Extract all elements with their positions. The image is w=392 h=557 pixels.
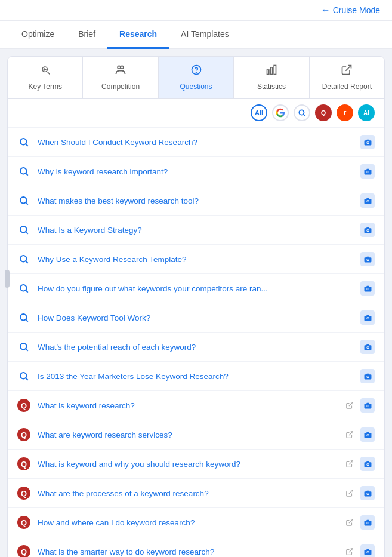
- result-text[interactable]: What Is a Keyword Strategy?: [38, 226, 353, 235]
- subtab-detailed-report[interactable]: Detailed Report: [310, 57, 384, 98]
- external-link-button[interactable]: [342, 398, 357, 413]
- result-text[interactable]: What makes the best keyword research too…: [38, 196, 353, 205]
- result-text[interactable]: What is keyword research?: [38, 401, 335, 410]
- svg-point-64: [367, 522, 369, 524]
- list-item: Why Use a Keyword Research Template?: [8, 245, 384, 274]
- quora-icon: Q: [17, 428, 30, 441]
- magnify-icon: [298, 109, 306, 117]
- quora-icon: Q: [17, 516, 30, 529]
- camera-button[interactable]: [360, 193, 375, 208]
- search-settings-icon: [39, 64, 51, 79]
- list-item: QWhat is keyword research?: [8, 391, 384, 420]
- search-icon: [17, 253, 30, 266]
- list-item: What makes the best keyword research too…: [8, 186, 384, 216]
- result-text[interactable]: What's the potential reach of each keywo…: [38, 343, 353, 352]
- external-link-button[interactable]: [342, 427, 357, 442]
- result-actions: [360, 193, 375, 208]
- list-item: QWhat is keyword and why you should rese…: [8, 450, 384, 479]
- camera-button[interactable]: [360, 398, 375, 413]
- search-icon: [17, 223, 30, 236]
- subtab-key-terms-label: Key Terms: [28, 82, 61, 91]
- svg-point-5: [121, 66, 124, 69]
- filter-ai[interactable]: AI: [358, 104, 375, 121]
- result-actions: [360, 281, 375, 296]
- tab-brief[interactable]: Brief: [66, 21, 107, 49]
- svg-line-11: [346, 66, 351, 71]
- filter-search[interactable]: [294, 104, 310, 121]
- camera-button[interactable]: [360, 486, 375, 500]
- result-actions: [360, 340, 375, 354]
- camera-button[interactable]: [360, 369, 375, 383]
- subtab-statistics[interactable]: Statistics: [234, 57, 309, 98]
- cruise-mode-button[interactable]: ← Cruise Mode: [321, 5, 380, 16]
- result-text[interactable]: What is keyword and why you should resea…: [38, 460, 335, 469]
- list-item: Is 2013 the Year Marketers Lose Keyword …: [8, 362, 384, 391]
- result-text[interactable]: What is the smarter way to do keyword re…: [38, 547, 335, 556]
- subtab-key-terms[interactable]: Key Terms: [8, 57, 83, 98]
- svg-line-39: [26, 319, 27, 321]
- tab-optimize[interactable]: Optimize: [10, 21, 66, 49]
- subtab-competition[interactable]: Competition: [83, 57, 158, 98]
- svg-line-47: [26, 378, 27, 380]
- result-text[interactable]: How and where can I do keyword research?: [38, 518, 335, 527]
- svg-point-52: [367, 405, 369, 407]
- result-actions: [342, 427, 375, 442]
- result-text[interactable]: What are keyword research services?: [38, 430, 335, 439]
- external-link-button[interactable]: [342, 486, 357, 500]
- tab-research[interactable]: Research: [107, 21, 169, 49]
- svg-point-37: [367, 288, 369, 290]
- result-text[interactable]: What are the processes of a keyword rese…: [38, 489, 335, 498]
- camera-button[interactable]: [360, 164, 375, 179]
- svg-line-31: [26, 261, 27, 263]
- result-actions: [360, 164, 375, 179]
- svg-point-18: [20, 168, 27, 174]
- svg-point-29: [367, 229, 369, 231]
- camera-button[interactable]: [360, 544, 375, 557]
- camera-button[interactable]: [360, 135, 375, 149]
- list-item: QHow and where can I do keyword research…: [8, 508, 384, 537]
- reddit-icon: r: [344, 109, 347, 117]
- svg-line-35: [26, 290, 27, 292]
- camera-button[interactable]: [360, 223, 375, 237]
- svg-line-50: [349, 402, 353, 406]
- filter-all[interactable]: All: [251, 104, 267, 121]
- external-link-button[interactable]: [342, 457, 357, 471]
- external-link-button[interactable]: [342, 544, 357, 557]
- svg-line-53: [349, 432, 353, 435]
- camera-button[interactable]: [360, 427, 375, 442]
- camera-button[interactable]: [360, 281, 375, 296]
- svg-point-14: [20, 139, 27, 145]
- svg-line-27: [26, 232, 27, 233]
- svg-point-7: [196, 72, 196, 73]
- external-link-icon: [341, 64, 353, 79]
- quora-icon: Q: [17, 487, 30, 500]
- search-icon: [17, 340, 30, 353]
- subtab-questions[interactable]: Questions: [159, 57, 234, 98]
- camera-button[interactable]: [360, 252, 375, 266]
- camera-button[interactable]: [360, 340, 375, 354]
- list-item: QWhat are the processes of a keyword res…: [8, 479, 384, 508]
- svg-line-56: [349, 461, 353, 464]
- camera-button[interactable]: [360, 310, 375, 325]
- svg-point-55: [367, 434, 369, 436]
- result-text[interactable]: Why is keyword research important?: [38, 167, 353, 176]
- result-actions: [342, 486, 375, 500]
- svg-point-21: [367, 171, 369, 173]
- result-actions: [360, 252, 375, 266]
- tab-ai-templates[interactable]: AI Templates: [169, 21, 241, 49]
- external-link-button[interactable]: [342, 515, 357, 530]
- svg-point-26: [20, 226, 27, 233]
- resize-handle[interactable]: [5, 270, 10, 288]
- filter-quora[interactable]: Q: [315, 104, 332, 121]
- result-text[interactable]: Is 2013 the Year Marketers Lose Keyword …: [38, 372, 353, 381]
- filter-google[interactable]: [272, 104, 289, 121]
- result-text[interactable]: How do you figure out what keywords your…: [38, 284, 353, 293]
- camera-button[interactable]: [360, 457, 375, 471]
- list-item: When Should I Conduct Keyword Research?: [8, 128, 384, 157]
- camera-button[interactable]: [360, 515, 375, 530]
- result-text[interactable]: When Should I Conduct Keyword Research?: [38, 138, 353, 147]
- result-text[interactable]: How Does Keyword Tool Work?: [38, 313, 353, 322]
- filter-reddit[interactable]: r: [337, 104, 353, 121]
- svg-line-43: [26, 349, 27, 350]
- result-text[interactable]: Why Use a Keyword Research Template?: [38, 255, 353, 264]
